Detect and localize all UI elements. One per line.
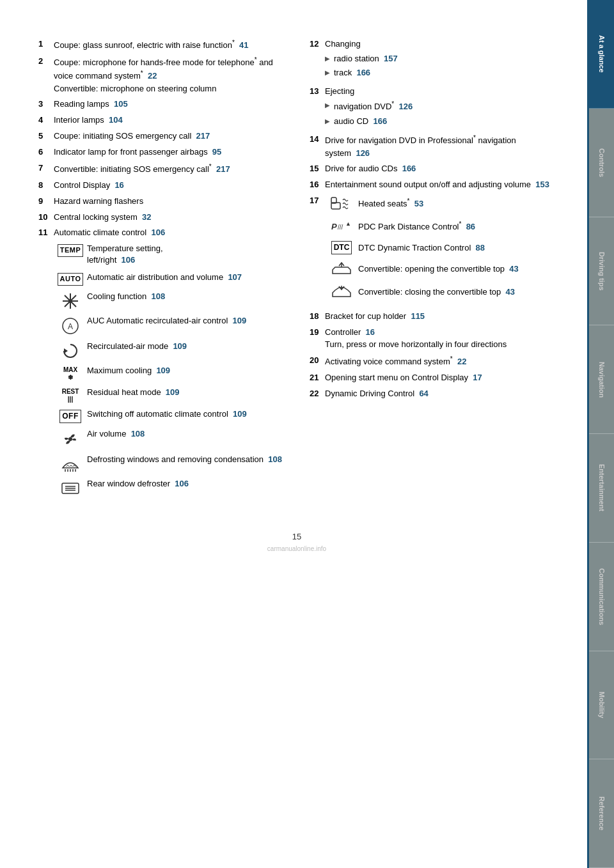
- sidebar-item-entertainment[interactable]: Entertainment: [589, 434, 614, 543]
- list-item: 1 Coupe: glass sunroof, electric with ra…: [38, 38, 284, 52]
- svg-text:▲: ▲: [345, 221, 351, 227]
- svg-text:P: P: [331, 222, 337, 231]
- climate-icon: [54, 292, 87, 310]
- conv-open-icon: [330, 261, 353, 277]
- list-item: 5 Coupe: initiating SOS emergency call 2…: [38, 130, 284, 143]
- item-content: Indicator lamp for front passenger airba…: [54, 146, 284, 159]
- svg-point-8: [68, 437, 72, 441]
- sub-list-item: ▶track 166: [325, 67, 555, 79]
- list-item: 8 Control Display 16: [38, 180, 284, 192]
- item-content: Dynamic Driving Control 64: [325, 388, 555, 400]
- main-content: 1 Coupe: glass sunroof, electric with ra…: [0, 0, 587, 868]
- list-item: 15 Drive for audio CDs 166: [310, 163, 555, 175]
- item-content: Automatic climate control 106 TEMP Tempe…: [54, 227, 284, 502]
- list-item: 19 Controller 16 Turn, press or move hor…: [310, 327, 555, 351]
- pdc-icon: P /// ▲: [330, 218, 353, 235]
- item-content: Coupe: initiating SOS emergency call 217: [54, 130, 284, 143]
- item-content: Central locking system 32: [54, 212, 284, 224]
- page-wrapper: 1 Coupe: glass sunroof, electric with ra…: [0, 0, 614, 868]
- climate-icon: REST|||: [54, 388, 87, 403]
- climate-row: Defrosting windows and removing condensa…: [54, 454, 284, 473]
- item17-text: Convertible: closing the convertible top…: [358, 286, 555, 298]
- item-content: Changing ▶radio station 157 ▶track 166: [325, 38, 555, 82]
- sub-text: radio station 157: [334, 53, 398, 65]
- air-volume-icon: [61, 430, 80, 449]
- page-number: 15: [38, 532, 555, 541]
- item-content: Control Display 16: [54, 180, 284, 192]
- list-item: 9 Hazard warning flashers: [38, 196, 284, 208]
- sidebar-item-mobility[interactable]: Mobility: [589, 651, 614, 760]
- item-number: 15: [310, 163, 325, 175]
- auto-icon: AUTO: [58, 273, 84, 286]
- climate-row: Cooling function 108: [54, 291, 284, 310]
- item-content: Interior lamps 104: [54, 114, 284, 127]
- dtc-box-icon: DTC: [331, 241, 352, 254]
- auc-icon: A: [61, 316, 80, 336]
- sub-list: ▶navigation DVD* 126 ▶audio CD 166: [325, 100, 555, 127]
- list-item: 3 Reading lamps 105: [38, 98, 284, 111]
- item-number: 20: [310, 355, 325, 368]
- list-item: 6 Indicator lamp for front passenger air…: [38, 146, 284, 159]
- sidebar-item-communications[interactable]: Communications: [589, 543, 614, 651]
- item-content: Controller 16 Turn, press or move horizo…: [325, 327, 555, 351]
- climate-label: Maximum cooling 109: [87, 365, 284, 376]
- item-number: 17: [310, 195, 325, 307]
- climate-label: Recirculated-air mode 109: [87, 341, 284, 352]
- left-column: 1 Coupe: glass sunroof, electric with ra…: [38, 38, 284, 506]
- sidebar-item-navigation[interactable]: Navigation: [589, 325, 614, 434]
- sidebar-item-at-a-glance[interactable]: At a glance: [589, 0, 614, 109]
- climate-label: AUC Automatic recirculated-air control 1…: [87, 315, 284, 327]
- item17-icon: DTC: [325, 241, 358, 254]
- climate-icon: [54, 342, 87, 360]
- sidebar-item-reference[interactable]: Reference: [589, 759, 614, 868]
- heated-seat-icon: [330, 195, 353, 212]
- list-item: 22 Dynamic Driving Control 64: [310, 388, 555, 400]
- item17-icon: [325, 261, 358, 277]
- sidebar-item-controls[interactable]: Controls: [589, 109, 614, 217]
- climate-icon: OFF: [54, 410, 87, 423]
- item-number: 9: [38, 196, 54, 208]
- item-content: Coupe: microphone for hands-free mode fo…: [54, 56, 284, 95]
- item-content: Entertainment sound output on/off and ad…: [325, 179, 555, 191]
- sidebar-item-driving-tips[interactable]: Driving tips: [589, 217, 614, 326]
- item-content: Hazard warning flashers: [54, 196, 284, 208]
- item-number: 6: [38, 146, 54, 159]
- svg-marker-7: [64, 348, 68, 353]
- item-content: Drive for audio CDs 166: [325, 163, 555, 175]
- sub-text: navigation DVD* 126: [334, 100, 413, 113]
- item17-conv-open: Convertible: opening the convertible top…: [325, 261, 555, 277]
- svg-point-4: [68, 299, 72, 303]
- climate-row: Recirculated-air mode 109: [54, 341, 284, 360]
- arrow-icon: ▶: [325, 68, 330, 78]
- svg-text:///: ///: [338, 224, 343, 231]
- climate-label: Automatic air distribution and volume 10…: [87, 272, 284, 283]
- right-item-list: 12 Changing ▶radio station 157 ▶track 16…: [310, 38, 555, 400]
- sub-list-item: ▶audio CD 166: [325, 116, 555, 128]
- climate-icon: [54, 430, 87, 449]
- sidebar: At a glance Controls Driving tips Naviga…: [587, 0, 614, 868]
- climate-icon: [54, 479, 87, 497]
- list-item: 4 Interior lamps 104: [38, 114, 284, 127]
- climate-label: Rear window defroster 106: [87, 478, 284, 490]
- item17-text: Convertible: opening the convertible top…: [358, 263, 555, 275]
- list-item: 16 Entertainment sound output on/off and…: [310, 179, 555, 191]
- left-item-list: 1 Coupe: glass sunroof, electric with ra…: [38, 38, 284, 502]
- climate-row: MAX❄ Maximum cooling 109: [54, 365, 284, 382]
- climate-row: REST||| Residual heat mode 109: [54, 387, 284, 403]
- item-number: 11: [38, 227, 54, 502]
- sub-text: audio CD 166: [334, 116, 387, 128]
- sub-list-item: ▶navigation DVD* 126: [325, 100, 555, 113]
- item-number: 18: [310, 311, 325, 323]
- climate-row: Rear window defroster 106: [54, 478, 284, 497]
- climate-icon: MAX❄: [54, 366, 87, 382]
- list-item: 10 Central locking system 32: [38, 212, 284, 224]
- list-item: 12 Changing ▶radio station 157 ▶track 16…: [310, 38, 555, 82]
- item17-text: DTC Dynamic Traction Control 88: [358, 242, 555, 254]
- item17-heated-seats: Heated seats* 53: [325, 195, 555, 212]
- list-item: 2 Coupe: microphone for hands-free mode …: [38, 56, 284, 95]
- list-item: 13 Ejecting ▶navigation DVD* 126 ▶audio …: [310, 86, 555, 130]
- conv-close-icon: [330, 284, 353, 300]
- climate-icon: [54, 455, 87, 473]
- rest-icon: REST|||: [62, 388, 79, 403]
- item-number: 4: [38, 114, 54, 127]
